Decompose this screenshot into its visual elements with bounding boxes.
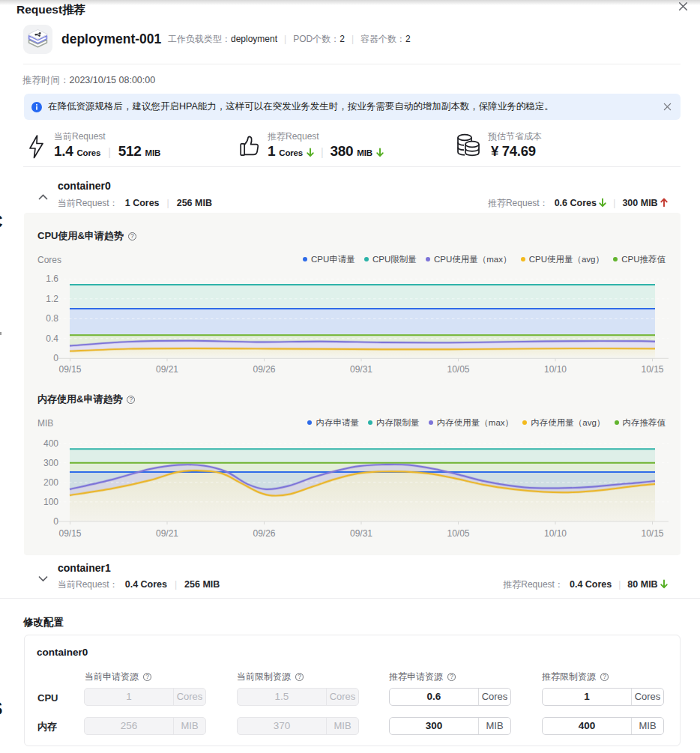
svg-text:100: 100 (43, 497, 58, 507)
svg-text:09/21: 09/21 (156, 528, 178, 539)
svg-text:0: 0 (53, 516, 58, 527)
svg-text:10/05: 10/05 (447, 528, 469, 539)
svg-text:10/15: 10/15 (641, 528, 663, 539)
svg-text:10/10: 10/10 (544, 528, 567, 539)
svg-text:0.8: 0.8 (46, 313, 58, 324)
svg-text:09/26: 09/26 (253, 528, 275, 539)
svg-text:09/21: 09/21 (156, 364, 178, 375)
svg-text:09/15: 09/15 (58, 364, 81, 375)
svg-text:10/10: 10/10 (544, 364, 567, 375)
svg-text:09/31: 09/31 (350, 528, 372, 539)
svg-text:10/15: 10/15 (641, 364, 663, 375)
svg-text:1.2: 1.2 (46, 294, 58, 304)
svg-text:09/31: 09/31 (350, 364, 372, 375)
svg-text:1.6: 1.6 (46, 273, 58, 284)
svg-text:10/05: 10/05 (447, 364, 469, 375)
svg-text:09/26: 09/26 (253, 364, 275, 375)
svg-text:400: 400 (43, 438, 58, 449)
svg-text:09/15: 09/15 (58, 528, 81, 539)
svg-text:200: 200 (43, 477, 58, 488)
svg-text:0.4: 0.4 (46, 333, 58, 344)
svg-text:300: 300 (43, 458, 58, 468)
svg-text:0: 0 (53, 353, 58, 363)
